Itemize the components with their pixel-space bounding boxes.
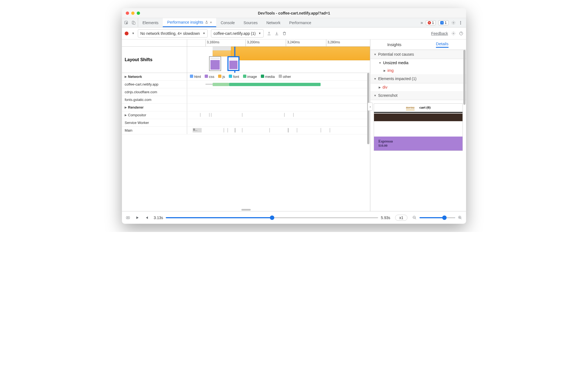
window-controls bbox=[122, 12, 140, 15]
tab-details[interactable]: Details bbox=[418, 39, 466, 50]
svg-point-10 bbox=[128, 217, 129, 218]
time-end: 5.93s bbox=[381, 216, 390, 220]
svg-point-6 bbox=[460, 24, 461, 24]
network-host-row[interactable]: fonts.gstatic.com bbox=[122, 96, 370, 104]
ruler-tick: 3,160ms bbox=[205, 39, 221, 46]
zoom-slider[interactable] bbox=[419, 217, 455, 218]
section-root-causes[interactable]: Potential root causes bbox=[370, 50, 466, 59]
more-tabs-button[interactable]: » bbox=[421, 20, 423, 25]
inspect-element-icon[interactable] bbox=[124, 21, 129, 25]
record-dropdown-icon[interactable]: ▼ bbox=[132, 32, 135, 35]
export-icon[interactable] bbox=[267, 31, 271, 36]
tab-performance-insights[interactable]: Performance insights × bbox=[163, 18, 216, 27]
layout-shift-thumbnail-selected[interactable] bbox=[227, 56, 239, 71]
svg-point-3 bbox=[453, 22, 454, 23]
settings-gear-icon[interactable] bbox=[451, 21, 456, 25]
impacted-element-div[interactable]: div bbox=[370, 83, 466, 91]
main-thread-row[interactable]: Main R... bbox=[122, 127, 370, 134]
root-cause-element-img[interactable]: img bbox=[370, 67, 466, 74]
svg-point-7 bbox=[453, 33, 454, 34]
screenshot-preview: menucart (0) Espresso $10.00 bbox=[374, 103, 463, 151]
tab-elements[interactable]: Elements bbox=[138, 18, 163, 27]
tab-sources[interactable]: Sources bbox=[239, 18, 262, 27]
window-title: DevTools - coffee-cart.netlify.app/?ad=1 bbox=[122, 11, 466, 15]
layout-shifts-lane[interactable] bbox=[187, 47, 370, 73]
section-screenshot[interactable]: Screenshot bbox=[370, 91, 466, 100]
svg-point-5 bbox=[460, 22, 461, 23]
network-host-row[interactable]: coffee-cart.netlify.app bbox=[122, 81, 370, 88]
preview-toggle-icon[interactable] bbox=[126, 216, 130, 220]
layout-shift-thumbnail[interactable] bbox=[209, 56, 221, 71]
recording-select[interactable]: coffee-cart.netlify.app (1)▼ bbox=[211, 29, 263, 38]
record-button[interactable] bbox=[125, 32, 129, 35]
help-icon[interactable] bbox=[459, 31, 463, 36]
network-host-row[interactable]: cdnjs.cloudflare.com bbox=[122, 88, 370, 96]
tab-console[interactable]: Console bbox=[216, 18, 239, 27]
throttling-select[interactable]: No network throttling, 4× slowdown▼ bbox=[138, 29, 208, 38]
renderer-track-header[interactable]: Renderer bbox=[122, 104, 370, 111]
ruler-tick: 3,200ms bbox=[246, 39, 261, 46]
layout-shifts-track: Layout Shifts bbox=[122, 47, 370, 73]
ruler-tick: 3,240ms bbox=[286, 39, 301, 46]
section-elements-impacted[interactable]: Elements impacted (1) bbox=[370, 74, 466, 83]
devtools-window: DevTools - coffee-cart.netlify.app/?ad=1… bbox=[122, 8, 466, 224]
messages-badge[interactable]: ≡1 bbox=[438, 20, 449, 25]
time-ruler[interactable]: 3,160ms 3,200ms 3,240ms 3,280ms bbox=[122, 39, 370, 47]
insights-toolbar: ▼ No network throttling, 4× slowdown▼ co… bbox=[122, 27, 466, 39]
compositor-row[interactable]: Compositor bbox=[122, 111, 370, 119]
errors-badge[interactable]: ×1 bbox=[426, 20, 436, 25]
timeline-pane: 3,160ms 3,200ms 3,240ms 3,280ms Layout S… bbox=[122, 39, 370, 211]
network-legend: html css js font image media other bbox=[187, 73, 370, 80]
minimize-window-button[interactable] bbox=[131, 12, 135, 15]
ruler-tick: 3,280ms bbox=[326, 39, 341, 46]
tab-performance[interactable]: Performance bbox=[285, 18, 316, 27]
close-window-button[interactable] bbox=[126, 12, 129, 15]
panel-settings-gear-icon[interactable] bbox=[451, 31, 456, 36]
horizontal-scrollbar[interactable] bbox=[122, 208, 370, 211]
time-start: 3.13s bbox=[154, 216, 163, 220]
tab-network[interactable]: Network bbox=[262, 18, 285, 27]
device-toggle-icon[interactable] bbox=[131, 21, 136, 25]
close-tab-icon[interactable]: × bbox=[210, 20, 212, 24]
maximize-window-button[interactable] bbox=[137, 12, 140, 15]
time-slider[interactable] bbox=[166, 217, 378, 218]
feedback-link[interactable]: Feedback bbox=[431, 31, 448, 36]
network-track-header[interactable]: Network html css js font image media oth… bbox=[122, 73, 370, 81]
play-icon[interactable] bbox=[135, 216, 139, 220]
zoom-in-icon[interactable] bbox=[458, 216, 462, 220]
kebab-menu-icon[interactable] bbox=[458, 21, 463, 25]
titlebar: DevTools - coffee-cart.netlify.app/?ad=1 bbox=[122, 8, 466, 18]
main-content: 3,160ms 3,200ms 3,240ms 3,280ms Layout S… bbox=[122, 39, 466, 211]
details-pane: › Insights Details Potential root causes… bbox=[370, 39, 466, 211]
root-cause-unsized-media[interactable]: Unsized media bbox=[370, 59, 466, 67]
service-worker-row[interactable]: Service Worker bbox=[122, 119, 370, 127]
skip-back-icon[interactable] bbox=[144, 216, 149, 220]
delete-icon[interactable] bbox=[282, 31, 287, 36]
tab-insights[interactable]: Insights bbox=[370, 39, 418, 50]
tracks-area: Network html css js font image media oth… bbox=[122, 73, 370, 208]
experiment-flask-icon bbox=[205, 21, 208, 24]
svg-rect-2 bbox=[133, 22, 135, 24]
zoom-out-icon[interactable] bbox=[412, 216, 417, 220]
main-tabbar: Elements Performance insights × Console … bbox=[122, 18, 466, 27]
layout-shifts-label: Layout Shifts bbox=[122, 47, 187, 73]
playback-footer: 3.13s 5.93s x1 bbox=[122, 211, 466, 224]
playback-speed[interactable]: x1 bbox=[395, 215, 407, 221]
details-scrollbar[interactable] bbox=[463, 50, 466, 105]
svg-point-4 bbox=[460, 21, 461, 22]
import-icon[interactable] bbox=[275, 31, 279, 36]
